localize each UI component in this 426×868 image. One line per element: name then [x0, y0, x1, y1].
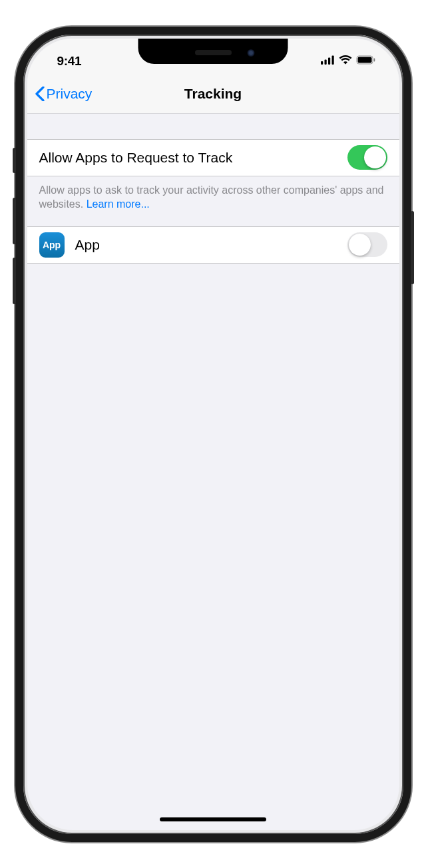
back-label: Privacy: [47, 86, 93, 102]
home-indicator[interactable]: [160, 817, 266, 821]
allow-apps-request-label: Allow Apps to Request to Track: [39, 150, 347, 166]
app-tracking-switch[interactable]: [347, 232, 387, 257]
svg-rect-1: [324, 60, 326, 65]
svg-rect-0: [321, 61, 323, 65]
svg-rect-3: [331, 56, 333, 65]
device-frame: 9:41 Privacy Tracking: [15, 27, 411, 842]
notch: [138, 39, 288, 64]
allow-apps-description: Allow apps to ask to track your activity…: [27, 176, 399, 226]
app-label: App: [75, 237, 347, 253]
svg-rect-2: [328, 58, 330, 65]
status-icons: [321, 55, 376, 67]
app-icon: App: [39, 232, 65, 258]
volume-up-button: [13, 198, 16, 244]
app-tracking-cell: App App: [27, 226, 399, 264]
content-area: Allow Apps to Request to Track Allow app…: [27, 114, 399, 264]
allow-apps-request-switch[interactable]: [347, 145, 387, 170]
chevron-left-icon: [35, 87, 45, 101]
silent-switch: [13, 148, 16, 173]
svg-rect-5: [357, 57, 371, 63]
wifi-icon: [339, 55, 352, 67]
battery-icon: [356, 55, 376, 67]
screen: 9:41 Privacy Tracking: [27, 39, 399, 830]
allow-apps-request-cell: Allow Apps to Request to Track: [27, 139, 399, 176]
nav-bar: Privacy Tracking: [27, 75, 399, 114]
cellular-icon: [321, 55, 335, 67]
learn-more-link[interactable]: Learn more...: [87, 198, 150, 210]
back-button[interactable]: Privacy: [35, 86, 93, 102]
volume-down-button: [13, 258, 16, 304]
status-time: 9:41: [57, 54, 82, 69]
side-button: [411, 211, 414, 284]
svg-rect-6: [373, 59, 375, 62]
